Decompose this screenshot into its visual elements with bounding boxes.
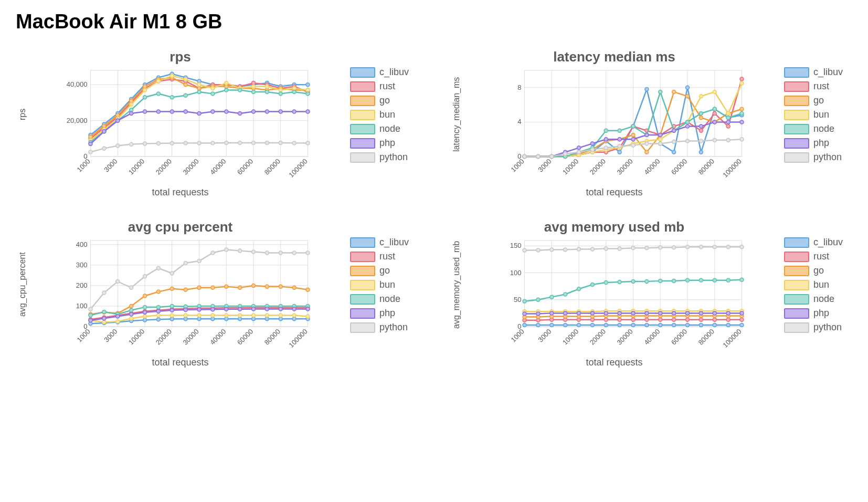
- legend-item-python[interactable]: python: [350, 152, 418, 163]
- legend-item-rust[interactable]: rust: [350, 81, 418, 92]
- svg-point-556: [631, 311, 635, 315]
- svg-point-176: [618, 150, 621, 154]
- svg-point-408: [170, 308, 174, 312]
- svg-point-137: [225, 141, 228, 145]
- plot-area[interactable]: 0481000300010000200003000040000600008000…: [463, 67, 779, 162]
- svg-point-370: [116, 320, 120, 323]
- svg-text:40000: 40000: [642, 328, 661, 347]
- chart-rps: rps rps 020,00040,0001000300010000200003…: [16, 49, 418, 198]
- svg-point-283: [686, 139, 690, 143]
- svg-point-425: [170, 271, 174, 275]
- legend-item-c_libuv[interactable]: c_libuv: [784, 67, 852, 78]
- svg-point-365: [279, 285, 282, 288]
- svg-point-140: [265, 141, 269, 145]
- svg-point-267: [699, 124, 703, 128]
- svg-point-113: [130, 112, 133, 116]
- legend-item-bun[interactable]: bun: [350, 279, 418, 290]
- svg-point-469: [604, 323, 608, 327]
- svg-point-67: [197, 87, 201, 90]
- legend-item-python[interactable]: python: [784, 152, 852, 163]
- svg-point-81: [156, 79, 160, 83]
- svg-point-561: [699, 311, 703, 315]
- legend-item-bun[interactable]: bun: [784, 279, 852, 290]
- legend-item-python[interactable]: python: [350, 322, 418, 333]
- svg-point-493: [699, 318, 703, 321]
- svg-point-79: [130, 102, 133, 106]
- svg-point-323: [170, 317, 174, 321]
- legend-item-node[interactable]: node: [784, 294, 852, 305]
- plot-area[interactable]: 0100200300400100030001000020000300004000…: [29, 237, 345, 332]
- svg-point-534: [564, 292, 567, 296]
- svg-point-111: [102, 130, 106, 133]
- svg-point-374: [170, 313, 174, 317]
- legend-swatch-icon: [350, 81, 375, 92]
- svg-text:30000: 30000: [181, 328, 200, 347]
- legend-item-php[interactable]: php: [784, 138, 852, 149]
- y-axis-label: avg_cpu_percent: [16, 237, 29, 332]
- legend-item-php[interactable]: php: [784, 308, 852, 319]
- legend-item-node[interactable]: node: [350, 123, 418, 134]
- plot-area[interactable]: 0501001501000300010000200003000040000600…: [463, 237, 779, 332]
- svg-text:80000: 80000: [263, 328, 282, 347]
- svg-point-356: [156, 290, 160, 294]
- svg-point-554: [604, 311, 608, 315]
- legend-swatch-icon: [784, 266, 809, 276]
- legend-item-php[interactable]: php: [350, 138, 418, 149]
- legend-item-rust[interactable]: rust: [350, 251, 418, 262]
- svg-point-249: [686, 120, 690, 124]
- svg-point-390: [156, 305, 160, 309]
- svg-point-286: [726, 138, 730, 142]
- legend-swatch-icon: [350, 124, 375, 134]
- svg-point-567: [550, 248, 554, 252]
- svg-point-116: [170, 110, 174, 113]
- svg-point-433: [279, 251, 282, 255]
- legend-label: node: [379, 294, 400, 305]
- legend-swatch-icon: [350, 237, 375, 248]
- svg-point-414: [252, 307, 256, 311]
- legend-item-node[interactable]: node: [784, 123, 852, 134]
- page-title: MacBook Air M1 8 GB: [16, 11, 852, 33]
- svg-point-266: [686, 124, 690, 128]
- legend-item-go[interactable]: go: [350, 265, 418, 276]
- svg-text:3000: 3000: [536, 328, 553, 344]
- legend-item-c_libuv[interactable]: c_libuv: [350, 237, 418, 248]
- svg-point-572: [618, 247, 621, 250]
- svg-point-251: [713, 107, 716, 111]
- svg-text:10000: 10000: [127, 328, 146, 347]
- legend-item-python[interactable]: python: [784, 322, 852, 333]
- svg-point-384: [306, 315, 310, 318]
- svg-point-550: [550, 311, 554, 315]
- legend-item-rust[interactable]: rust: [784, 81, 852, 92]
- x-axis-label: total requests: [450, 357, 779, 368]
- svg-point-470: [618, 323, 621, 327]
- legend-item-php[interactable]: php: [350, 308, 418, 319]
- legend-item-bun[interactable]: bun: [350, 109, 418, 120]
- svg-text:200: 200: [76, 281, 88, 289]
- plot-area[interactable]: 020,00040,000100030001000020000300004000…: [29, 67, 345, 162]
- svg-point-181: [686, 86, 690, 89]
- legend-item-go[interactable]: go: [784, 95, 852, 106]
- legend-item-go[interactable]: go: [784, 265, 852, 276]
- svg-point-142: [292, 141, 296, 145]
- svg-point-553: [590, 311, 594, 315]
- legend-item-node[interactable]: node: [350, 294, 418, 305]
- svg-point-253: [740, 112, 744, 116]
- svg-point-560: [686, 311, 690, 315]
- svg-point-133: [170, 141, 174, 145]
- y-axis-label: latency_median_ms: [450, 67, 463, 162]
- legend-swatch-icon: [784, 308, 809, 319]
- legend-item-go[interactable]: go: [350, 95, 418, 106]
- legend-item-bun[interactable]: bun: [784, 109, 852, 120]
- svg-point-403: [102, 317, 106, 320]
- svg-point-367: [306, 288, 310, 291]
- legend-item-rust[interactable]: rust: [784, 251, 852, 262]
- legend-label: rust: [379, 81, 395, 92]
- legend: c_libuv rust go bun node php python: [784, 219, 852, 333]
- legend-swatch-icon: [350, 294, 375, 305]
- svg-point-577: [686, 245, 690, 249]
- legend-item-c_libuv[interactable]: c_libuv: [784, 237, 852, 248]
- svg-text:80000: 80000: [697, 328, 716, 347]
- svg-text:100000: 100000: [287, 158, 309, 179]
- svg-text:60000: 60000: [670, 328, 689, 347]
- legend-item-c_libuv[interactable]: c_libuv: [350, 67, 418, 78]
